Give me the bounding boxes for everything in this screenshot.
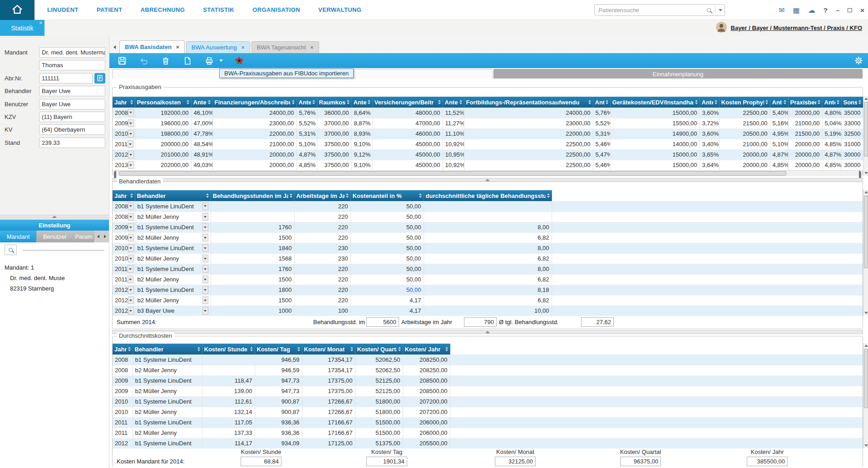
dropdown-icon[interactable]	[202, 234, 208, 241]
cell[interactable]: 51800,00	[355, 407, 403, 417]
cell[interactable]: 23000,00	[464, 118, 593, 128]
cell[interactable]: 51800,00	[355, 396, 403, 407]
cell[interactable]: 5,31%	[296, 128, 317, 139]
cell[interactable]: 21000,00	[719, 139, 770, 149]
cell[interactable]: 10,00	[424, 305, 552, 316]
cell[interactable]: 10,92%	[443, 160, 464, 170]
field-value-input[interactable]: (11) Bayern	[39, 112, 105, 122]
cell[interactable]: 15000,00	[610, 160, 700, 170]
einstellung-tab-param[interactable]: Param	[74, 231, 94, 242]
cell[interactable]	[211, 201, 294, 212]
cell[interactable]: 207200,00	[403, 396, 450, 407]
cell[interactable]: 52062,50	[355, 365, 403, 375]
dropdown-icon[interactable]	[128, 223, 134, 231]
column-header[interactable]: Anteil	[191, 97, 212, 108]
sidebar-splitter[interactable]	[0, 215, 109, 218]
dropdown-icon[interactable]	[202, 307, 208, 315]
cell[interactable]: 2010	[113, 253, 135, 264]
einstellung-tab-scroll-left[interactable]	[94, 231, 102, 242]
dropdown-icon[interactable]	[128, 119, 134, 127]
cell[interactable]: 50,00	[350, 243, 424, 253]
table-row[interactable]: 2010b1 Systeme LinuDent112,61900,8717266…	[113, 396, 863, 407]
cell[interactable]: 47000,00	[372, 118, 443, 128]
kosten-value-input[interactable]: 96375,00	[620, 457, 661, 466]
cell[interactable]: 17166,67	[302, 417, 355, 428]
cell[interactable]: 220	[294, 201, 350, 212]
column-header[interactable]: Kosten/ Monat	[302, 344, 355, 355]
cell[interactable]: 4,17	[350, 295, 424, 305]
cell[interactable]: 22500,00	[464, 160, 593, 170]
column-header[interactable]: Behandler	[135, 190, 211, 201]
help-icon[interactable]: ?	[824, 6, 828, 14]
cell[interactable]: 8,64%	[351, 108, 372, 118]
cell[interactable]: 5,04%	[822, 118, 841, 128]
tab-einnahmenplanung[interactable]: Einnahmenplanung	[493, 69, 863, 79]
column-header[interactable]: Behandlungsstunden im Jal	[211, 190, 294, 201]
cell[interactable]: 14000,00	[610, 139, 700, 149]
cell[interactable]: 1500	[211, 274, 294, 285]
dropdown-icon[interactable]	[128, 151, 134, 158]
cell[interactable]: 14900,00	[610, 128, 700, 139]
cell[interactable]: 31000	[841, 139, 863, 149]
cell[interactable]: 17166,67	[302, 428, 355, 438]
column-header[interactable]: Jahr	[113, 190, 135, 201]
cell[interactable]: 22500,00	[464, 149, 593, 160]
table-row[interactable]: 2011b2 Müller Jenny150022050,006,82	[113, 274, 863, 285]
restore-icon[interactable]	[848, 8, 852, 12]
cell[interactable]: 8,00	[424, 222, 552, 232]
column-header[interactable]: Behandler	[133, 344, 202, 355]
summen-value-input[interactable]: 5600	[366, 317, 399, 327]
cell[interactable]: 208250,00	[403, 355, 450, 365]
cell[interactable]: 21500,00	[788, 128, 822, 139]
column-header[interactable]: Kosten/ Tag	[255, 344, 302, 355]
cell[interactable]: 17354,17	[302, 365, 355, 375]
cell[interactable]: 17125,00	[302, 438, 355, 448]
menu-item-abrechnung[interactable]: ABRECHNUNG	[140, 6, 185, 13]
cell[interactable]: 35000	[841, 108, 863, 118]
cell[interactable]: 17266,67	[302, 396, 355, 407]
cell[interactable]: 37500,00	[317, 160, 351, 170]
dropdown-icon[interactable]	[128, 276, 133, 283]
cell[interactable]: 11,52%	[443, 108, 464, 118]
cell[interactable]: 15000,00	[610, 149, 700, 160]
summen-value-input[interactable]: 790	[464, 317, 497, 327]
table-row[interactable]: 2012b1 Systeme LinuDent180022050,008,18	[113, 285, 863, 295]
home-button[interactable]	[0, 0, 35, 20]
cell[interactable]: 8,87%	[351, 118, 372, 128]
delete-button[interactable]	[160, 55, 171, 67]
tab-statistik[interactable]: Statistik ×	[0, 20, 44, 36]
cell[interactable]: 51500,00	[355, 428, 403, 438]
cell[interactable]: 52125,00	[355, 386, 403, 396]
cell[interactable]: 900,87	[255, 407, 302, 417]
cell[interactable]: 2010	[113, 243, 135, 253]
cell[interactable]: 1568	[211, 253, 294, 264]
cell[interactable]: 9,12%	[351, 149, 372, 160]
cell[interactable]: 4,17	[350, 305, 424, 316]
dropdown-icon[interactable]	[128, 234, 134, 241]
cell[interactable]: 21000,00	[212, 139, 296, 149]
dropdown-icon[interactable]	[128, 307, 134, 315]
cell[interactable]: 207200,00	[403, 407, 450, 417]
cell[interactable]: 2009	[113, 232, 135, 243]
column-header[interactable]: Arbeitstage im Jal	[294, 190, 350, 201]
column-header[interactable]: Anteil	[593, 97, 610, 108]
undo-button[interactable]	[138, 55, 149, 67]
cell[interactable]: 51500,00	[355, 417, 403, 428]
cell[interactable]: 8,18	[424, 285, 552, 295]
table-row[interactable]: 2008b2 Müller Jenny22050,00	[113, 212, 863, 222]
cell[interactable]: 17266,67	[302, 407, 355, 417]
cell[interactable]: 48000,00	[372, 108, 443, 118]
cell[interactable]: 50,00	[350, 264, 424, 274]
tab-close-icon[interactable]: ×	[39, 20, 42, 25]
cell[interactable]: 20000,00	[719, 160, 770, 170]
search-icon[interactable]	[707, 8, 711, 12]
dropdown-icon[interactable]	[128, 140, 133, 148]
einstellung-tab-benutzer[interactable]: Benutzer	[37, 231, 74, 242]
cell[interactable]: 6,82	[424, 232, 552, 243]
cell[interactable]: 48,54%	[191, 139, 212, 149]
cell[interactable]: 1840	[211, 243, 294, 253]
cell[interactable]: 2011	[113, 264, 135, 274]
cell[interactable]: 220	[294, 232, 350, 243]
cell[interactable]: 46,10%	[191, 108, 212, 118]
field-value-input[interactable]: Bayer Uwe	[39, 86, 105, 96]
